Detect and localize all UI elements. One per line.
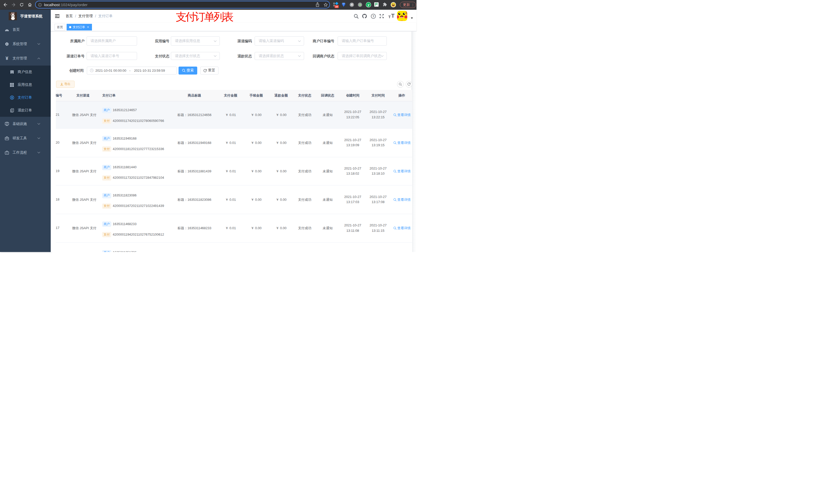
svg-text:10: 10 [335,5,338,8]
svg-text:?: ? [373,15,374,18]
